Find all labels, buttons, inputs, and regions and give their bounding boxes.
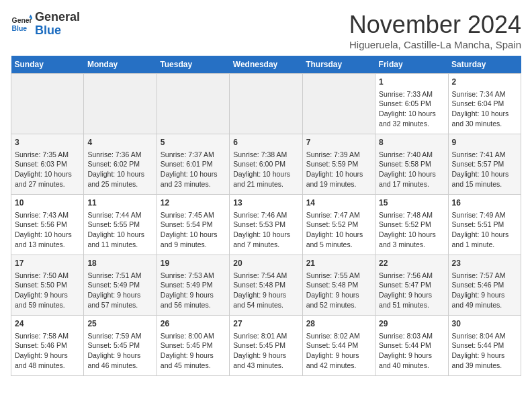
calendar-cell: 27Sunrise: 8:01 AM Sunset: 5:45 PM Dayli… [230, 316, 302, 376]
day-number: 29 [379, 318, 444, 330]
day-info: Sunrise: 7:37 AM Sunset: 6:01 PM Dayligh… [161, 150, 226, 189]
day-number: 21 [306, 258, 371, 269]
day-number: 3 [15, 137, 80, 148]
calendar-week-row: 10Sunrise: 7:43 AM Sunset: 5:56 PM Dayli… [11, 195, 521, 255]
day-number: 22 [379, 258, 444, 269]
calendar-week-row: 17Sunrise: 7:50 AM Sunset: 5:50 PM Dayli… [11, 255, 521, 316]
day-number: 9 [452, 137, 517, 148]
calendar-cell [230, 74, 302, 134]
day-number: 14 [306, 197, 371, 209]
day-info: Sunrise: 7:33 AM Sunset: 6:05 PM Dayligh… [379, 89, 444, 129]
calendar-cell [302, 74, 375, 134]
calendar-cell: 15Sunrise: 7:48 AM Sunset: 5:52 PM Dayli… [375, 195, 448, 255]
weekday-header: Sunday [11, 56, 84, 74]
weekday-header: Monday [84, 56, 157, 74]
month-title: November 2024 [349, 11, 521, 39]
day-number: 7 [306, 137, 371, 148]
day-number: 19 [161, 258, 226, 269]
day-number: 25 [87, 318, 152, 330]
day-info: Sunrise: 8:02 AM Sunset: 5:44 PM Dayligh… [306, 331, 371, 371]
calendar-cell: 30Sunrise: 8:04 AM Sunset: 5:44 PM Dayli… [448, 316, 521, 376]
calendar-week-row: 24Sunrise: 7:58 AM Sunset: 5:46 PM Dayli… [11, 316, 521, 376]
calendar-cell: 26Sunrise: 8:00 AM Sunset: 5:45 PM Dayli… [157, 316, 229, 376]
day-info: Sunrise: 8:04 AM Sunset: 5:44 PM Dayligh… [452, 331, 517, 371]
day-number: 30 [452, 318, 517, 330]
title-block: November 2024 Higueruela, Castille-La Ma… [349, 11, 521, 50]
calendar-cell: 19Sunrise: 7:53 AM Sunset: 5:49 PM Dayli… [157, 255, 229, 316]
calendar-cell: 6Sunrise: 7:38 AM Sunset: 6:00 PM Daylig… [230, 134, 302, 195]
calendar-cell: 29Sunrise: 8:03 AM Sunset: 5:44 PM Dayli… [375, 316, 448, 376]
calendar-cell [11, 74, 84, 134]
calendar-cell: 23Sunrise: 7:57 AM Sunset: 5:46 PM Dayli… [448, 255, 521, 316]
calendar-cell: 21Sunrise: 7:55 AM Sunset: 5:48 PM Dayli… [302, 255, 375, 316]
day-number: 13 [233, 197, 298, 209]
calendar-cell: 28Sunrise: 8:02 AM Sunset: 5:44 PM Dayli… [302, 316, 375, 376]
day-info: Sunrise: 7:35 AM Sunset: 6:03 PM Dayligh… [15, 150, 80, 189]
day-number: 8 [379, 137, 444, 148]
day-number: 20 [233, 258, 298, 269]
day-number: 1 [379, 77, 444, 88]
calendar-cell: 18Sunrise: 7:51 AM Sunset: 5:49 PM Dayli… [84, 255, 157, 316]
calendar-cell: 11Sunrise: 7:44 AM Sunset: 5:55 PM Dayli… [84, 195, 157, 255]
day-info: Sunrise: 7:45 AM Sunset: 5:54 PM Dayligh… [161, 210, 226, 250]
weekday-header-row: SundayMondayTuesdayWednesdayThursdayFrid… [11, 56, 521, 74]
day-info: Sunrise: 8:00 AM Sunset: 5:45 PM Dayligh… [161, 331, 226, 371]
logo-icon: General Blue [11, 13, 32, 35]
day-info: Sunrise: 7:47 AM Sunset: 5:52 PM Dayligh… [306, 210, 371, 250]
day-info: Sunrise: 7:36 AM Sunset: 6:02 PM Dayligh… [87, 150, 152, 189]
calendar-week-row: 1Sunrise: 7:33 AM Sunset: 6:05 PM Daylig… [11, 74, 521, 134]
day-info: Sunrise: 7:38 AM Sunset: 6:00 PM Dayligh… [233, 150, 298, 189]
calendar-cell: 4Sunrise: 7:36 AM Sunset: 6:02 PM Daylig… [84, 134, 157, 195]
day-number: 5 [161, 137, 226, 148]
calendar-cell: 25Sunrise: 7:59 AM Sunset: 5:45 PM Dayli… [84, 316, 157, 376]
day-info: Sunrise: 7:55 AM Sunset: 5:48 PM Dayligh… [306, 271, 371, 310]
day-info: Sunrise: 7:58 AM Sunset: 5:46 PM Dayligh… [15, 331, 80, 371]
day-info: Sunrise: 7:34 AM Sunset: 6:04 PM Dayligh… [452, 89, 517, 129]
day-number: 17 [15, 258, 80, 269]
day-info: Sunrise: 7:59 AM Sunset: 5:45 PM Dayligh… [87, 331, 152, 371]
day-info: Sunrise: 7:51 AM Sunset: 5:49 PM Dayligh… [87, 271, 152, 310]
calendar-cell: 5Sunrise: 7:37 AM Sunset: 6:01 PM Daylig… [157, 134, 229, 195]
day-info: Sunrise: 7:57 AM Sunset: 5:46 PM Dayligh… [452, 271, 517, 310]
day-number: 24 [15, 318, 80, 330]
day-number: 28 [306, 318, 371, 330]
svg-text:General: General [12, 17, 32, 24]
calendar-week-row: 3Sunrise: 7:35 AM Sunset: 6:03 PM Daylig… [11, 134, 521, 195]
calendar-cell: 22Sunrise: 7:56 AM Sunset: 5:47 PM Dayli… [375, 255, 448, 316]
day-number: 4 [87, 137, 152, 148]
calendar-cell: 8Sunrise: 7:40 AM Sunset: 5:58 PM Daylig… [375, 134, 448, 195]
calendar-cell: 7Sunrise: 7:39 AM Sunset: 5:59 PM Daylig… [302, 134, 375, 195]
day-info: Sunrise: 7:48 AM Sunset: 5:52 PM Dayligh… [379, 210, 444, 250]
calendar-cell: 2Sunrise: 7:34 AM Sunset: 6:04 PM Daylig… [448, 74, 521, 134]
calendar-cell: 14Sunrise: 7:47 AM Sunset: 5:52 PM Dayli… [302, 195, 375, 255]
calendar-cell: 1Sunrise: 7:33 AM Sunset: 6:05 PM Daylig… [375, 74, 448, 134]
calendar-cell: 3Sunrise: 7:35 AM Sunset: 6:03 PM Daylig… [11, 134, 84, 195]
day-info: Sunrise: 7:43 AM Sunset: 5:56 PM Dayligh… [15, 210, 80, 250]
day-number: 27 [233, 318, 298, 330]
calendar-cell: 20Sunrise: 7:54 AM Sunset: 5:48 PM Dayli… [230, 255, 302, 316]
day-info: Sunrise: 7:46 AM Sunset: 5:53 PM Dayligh… [233, 210, 298, 250]
svg-text:Blue: Blue [12, 24, 28, 32]
calendar-cell: 16Sunrise: 7:49 AM Sunset: 5:51 PM Dayli… [448, 195, 521, 255]
logo-label: General Blue [35, 11, 80, 38]
day-info: Sunrise: 7:39 AM Sunset: 5:59 PM Dayligh… [306, 150, 371, 189]
weekday-header: Saturday [448, 56, 521, 74]
calendar-cell: 10Sunrise: 7:43 AM Sunset: 5:56 PM Dayli… [11, 195, 84, 255]
weekday-header: Tuesday [157, 56, 229, 74]
page-header: General Blue General Blue November 2024 … [11, 11, 521, 50]
day-number: 16 [452, 197, 517, 209]
calendar-table: SundayMondayTuesdayWednesdayThursdayFrid… [11, 56, 521, 376]
day-info: Sunrise: 8:03 AM Sunset: 5:44 PM Dayligh… [379, 331, 444, 371]
day-number: 10 [15, 197, 80, 209]
day-number: 12 [161, 197, 226, 209]
weekday-header: Thursday [302, 56, 375, 74]
day-info: Sunrise: 7:44 AM Sunset: 5:55 PM Dayligh… [87, 210, 152, 250]
day-info: Sunrise: 7:40 AM Sunset: 5:58 PM Dayligh… [379, 150, 444, 189]
day-number: 6 [233, 137, 298, 148]
day-number: 15 [379, 197, 444, 209]
day-info: Sunrise: 8:01 AM Sunset: 5:45 PM Dayligh… [233, 331, 298, 371]
day-info: Sunrise: 7:50 AM Sunset: 5:50 PM Dayligh… [15, 271, 80, 310]
day-number: 11 [87, 197, 152, 209]
calendar-cell: 9Sunrise: 7:41 AM Sunset: 5:57 PM Daylig… [448, 134, 521, 195]
calendar-cell: 17Sunrise: 7:50 AM Sunset: 5:50 PM Dayli… [11, 255, 84, 316]
